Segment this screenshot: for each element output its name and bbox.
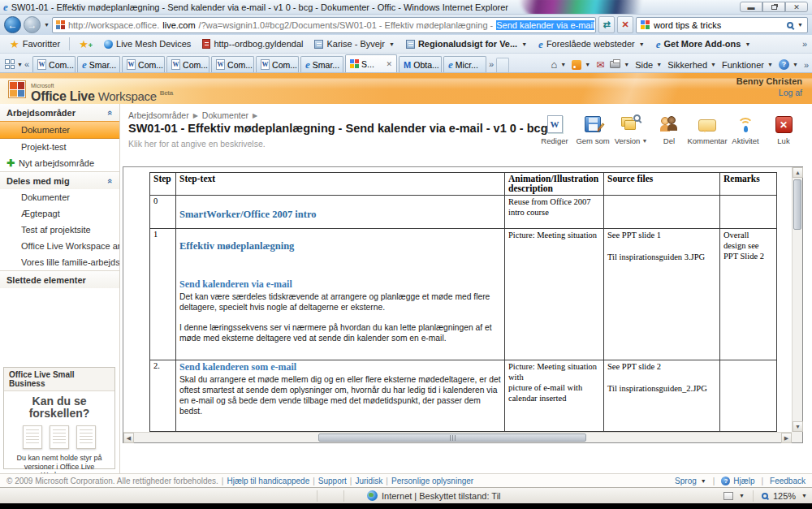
tab-com-4[interactable]: WCom... [211, 56, 254, 72]
refresh-button[interactable]: ⇄ [598, 16, 615, 33]
scroll-down-icon[interactable]: ▼ [793, 421, 803, 432]
share-button[interactable]: Del [652, 114, 686, 145]
stop-button[interactable]: ✕ [617, 16, 633, 33]
url-field[interactable]: http://workspace.office.live.com/?wa=wsi… [52, 17, 596, 33]
search-dropdown-icon[interactable]: ▼ [797, 22, 803, 28]
add-favorite-button[interactable]: ★+ [74, 37, 97, 51]
footer-link-support[interactable]: Support [318, 477, 347, 485]
language-menu[interactable]: Sprog [675, 477, 697, 485]
minimize-button[interactable]: ▬ [740, 2, 762, 12]
print-button[interactable]: ▼ [610, 61, 629, 68]
comment-button[interactable]: Kommentar [690, 114, 724, 145]
horizontal-scroll-thumb[interactable] [318, 434, 586, 442]
vertical-scrollbar[interactable]: ▲ ▼ [792, 167, 802, 432]
horizontal-scrollbar[interactable]: ◀ ▶ [123, 432, 792, 442]
chevron-down-icon[interactable]: ▼ [801, 493, 807, 498]
feeds-button[interactable]: ▼ [572, 60, 590, 70]
page-subtitle[interactable]: Klik her for at angive en beskrivelse. [128, 139, 266, 149]
version-button[interactable]: Version▼ [614, 114, 648, 145]
sidebar-section-slettede[interactable]: Slettede elementer [0, 270, 119, 288]
log-off-link[interactable]: Log af [736, 88, 802, 97]
sidebar-item-dokumenter[interactable]: Dokumenter [0, 121, 119, 139]
back-button[interactable]: ← [4, 16, 21, 33]
sidebar-item-test-projektsite[interactable]: Test af projektsite [0, 222, 119, 238]
tab-scroll-left-icon[interactable]: « [24, 59, 29, 69]
home-button[interactable]: ⌂▼ [551, 59, 566, 70]
activity-button[interactable]: Aktivitet [728, 114, 762, 145]
tab-overflow-icon[interactable]: » [489, 59, 494, 69]
office-logo-icon [8, 80, 26, 98]
footer-link-legal[interactable]: Juridisk [355, 477, 382, 485]
favorite-karise[interactable]: Karise - Byvejr ▼ [309, 37, 399, 50]
favorite-regionaludsigt[interactable]: Regionaludsigt for Ve... ▼ [401, 37, 532, 50]
tab-micr[interactable]: eMicr... [443, 56, 486, 72]
page-menu[interactable]: Side▼ [635, 60, 662, 70]
tab-com-5[interactable]: WCom... [256, 56, 299, 72]
quick-tabs-button[interactable]: ▼ « [3, 59, 32, 72]
new-tab-stub[interactable] [496, 58, 509, 72]
scroll-left-icon[interactable]: ◀ [123, 433, 134, 443]
footer-link-feedback[interactable]: Feedback [770, 477, 806, 485]
footer-link-help[interactable]: Hjælp [733, 477, 754, 485]
favorite-label: Live Mesh Devices [116, 39, 191, 49]
tab-com-1[interactable]: WCom... [32, 56, 76, 72]
favorite-foreslaaede[interactable]: e Foreslåede websteder ▼ [533, 37, 650, 51]
zoom-icon[interactable] [762, 493, 768, 499]
collapse-icon[interactable]: « [106, 110, 115, 115]
breadcrumb-arbejdsomraader[interactable]: Arbejdsområder [128, 110, 189, 120]
sidebar-item-aegtepagt[interactable]: Ægtepagt [0, 205, 119, 222]
sidebar-item-shared-dokumenter[interactable]: Dokumenter [0, 189, 119, 205]
collapse-icon[interactable]: « [106, 179, 115, 183]
tab-obta[interactable]: MObta... [399, 56, 442, 72]
forward-button[interactable]: → [24, 16, 41, 33]
footer-link-accessibility[interactable]: Hjælp til handicappede [227, 477, 309, 485]
tab-close-icon[interactable]: ✕ [387, 60, 393, 68]
scroll-right-icon[interactable]: ▶ [781, 433, 792, 443]
search-input[interactable]: word tips & tricks ▼ [636, 17, 808, 33]
breadcrumb-dokumenter[interactable]: Dokumenter [202, 110, 248, 120]
close-button[interactable]: ✕ [785, 2, 808, 12]
favorites-overflow-icon[interactable]: » [802, 39, 807, 49]
tab-active-workspace[interactable]: S... ✕ [345, 54, 397, 72]
sidebar-ad[interactable]: Office Live Small Business Kan du se for… [3, 367, 115, 469]
favorite-ordbog[interactable]: http--ordbog.gyldendal [197, 37, 308, 50]
sidebar-section-deles-med-mig[interactable]: Deles med mig « [0, 171, 119, 189]
vertical-scroll-thumb[interactable] [793, 179, 801, 230]
history-dropdown-icon[interactable]: ▼ [44, 22, 50, 28]
footer-link-privacy[interactable]: Personlige oplysninger [391, 477, 473, 485]
sidebar-item-nyt-arbejdsomraade[interactable]: ✚ Nyt arbejdsområde [0, 155, 119, 171]
favorite-addons[interactable]: e Get More Add-ons ▼ [651, 37, 756, 51]
divider: | [761, 477, 763, 485]
safety-menu[interactable]: Sikkerhed▼ [667, 60, 716, 70]
compatibility-view-icon[interactable] [723, 492, 733, 500]
tab-com-3[interactable]: WCom... [166, 56, 209, 72]
chevron-down-icon[interactable]: ▼ [739, 493, 745, 498]
restore-button[interactable] [762, 2, 785, 12]
sidebar-item-olw-artikel[interactable]: Office Live Workspace artikel t [0, 238, 119, 254]
wallpaper-glass-reflection [520, 0, 650, 15]
tab-smar-2[interactable]: eSmar... [300, 56, 343, 72]
tools-menu[interactable]: Funktioner▼ [722, 60, 773, 70]
tab-com-2[interactable]: WCom... [122, 56, 165, 72]
step-paragraph: Skal du arrangere et møde mellem dig og … [179, 375, 501, 416]
tab-smar-1[interactable]: eSmar... [77, 56, 120, 72]
search-icon[interactable] [787, 22, 793, 28]
ad-header: Office Live Small Business [4, 368, 114, 391]
ie-icon: e [538, 39, 543, 50]
favorite-live-mesh[interactable]: Live Mesh Devices [99, 37, 196, 50]
mail-button[interactable]: ✉ [596, 60, 604, 70]
sidebar-item-projekt-test[interactable]: Projekt-test [0, 139, 119, 155]
help-menu[interactable]: ?▼ [779, 59, 798, 70]
sidebar-item-familie[interactable]: Vores lille familie-arbejdsområ [0, 254, 119, 270]
scroll-up-icon[interactable]: ▲ [793, 167, 803, 178]
sidebar-section-arbejdsomraader[interactable]: Arbejdsområder « [0, 104, 119, 121]
close-document-button[interactable]: ✕ Luk [767, 114, 801, 145]
breadcrumb-arrow-icon: ▶ [193, 112, 198, 119]
save-as-button[interactable]: Gem som [576, 114, 610, 145]
favorites-button[interactable]: ★ Favoritter [5, 37, 65, 51]
word-edit-icon: W [547, 115, 563, 133]
zoom-level[interactable]: 125% [773, 491, 796, 501]
command-overflow-icon[interactable]: » [804, 60, 809, 70]
tab-label: Com... [49, 60, 74, 70]
edit-button[interactable]: W Rediger [538, 114, 572, 145]
